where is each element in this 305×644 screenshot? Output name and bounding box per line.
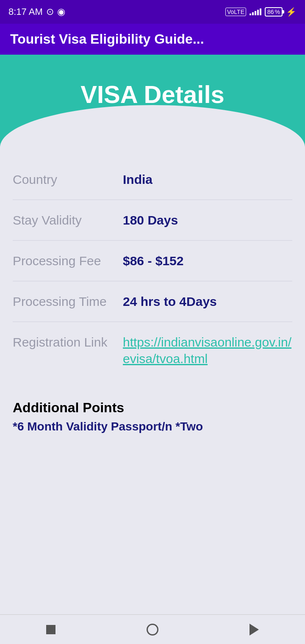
status-bar: 8:17 AM ⊙ ◉ VoLTE 86% ⚡ [0, 0, 305, 24]
additional-points-title: Additional Points [13, 400, 292, 416]
registration-link-row: Registration Link https://indianvisaonli… [13, 322, 292, 379]
volte-icon: VoLTE [225, 8, 246, 16]
additional-points-section: Additional Points *6 Month Validity Pass… [0, 387, 305, 442]
home-button[interactable] [142, 619, 163, 640]
country-value: India [123, 171, 292, 188]
battery-indicator: 86% [265, 7, 283, 17]
stay-validity-row: Stay Validity 180 Days [13, 200, 292, 241]
registration-link-value[interactable]: https://indianvisaonline.gov.in/evisa/tv… [123, 334, 292, 367]
processing-fee-row: Processing Fee $86 - $152 [13, 241, 292, 281]
processing-time-value: 24 hrs to 4Days [123, 293, 292, 310]
circle-icon [147, 624, 158, 636]
app-bar: Tourist Visa Eligibility Guide... [0, 24, 305, 55]
details-section: Country India Stay Validity 180 Days Pro… [0, 147, 305, 387]
registration-link-label: Registration Link [13, 334, 123, 350]
square-icon [46, 625, 55, 634]
signal-bars [250, 8, 261, 15]
country-row: Country India [13, 159, 292, 200]
time-display: 8:17 AM [8, 6, 43, 17]
signal-icon: ◉ [57, 6, 65, 17]
bottom-navigation [0, 614, 305, 644]
recents-button[interactable] [244, 619, 265, 640]
do-not-disturb-icon: ⊙ [46, 6, 54, 17]
app-title: Tourist Visa Eligibility Guide... [10, 31, 295, 47]
processing-fee-value: $86 - $152 [123, 253, 292, 269]
processing-time-row: Processing Time 24 hrs to 4Days [13, 281, 292, 322]
stay-validity-value: 180 Days [123, 212, 292, 228]
stay-validity-label: Stay Validity [13, 212, 123, 228]
charging-icon: ⚡ [286, 7, 297, 17]
processing-time-label: Processing Time [13, 293, 123, 310]
header-banner: VISA Details [0, 55, 305, 147]
back-button[interactable] [40, 619, 61, 640]
status-right: VoLTE 86% ⚡ [225, 7, 297, 17]
processing-fee-label: Processing Fee [13, 253, 123, 269]
triangle-icon [250, 624, 259, 636]
country-label: Country [13, 171, 123, 188]
page-title: VISA Details [8, 80, 297, 108]
status-left: 8:17 AM ⊙ ◉ [8, 6, 65, 17]
additional-points-text: *6 Month Validity Passport/n *Two [13, 420, 292, 433]
